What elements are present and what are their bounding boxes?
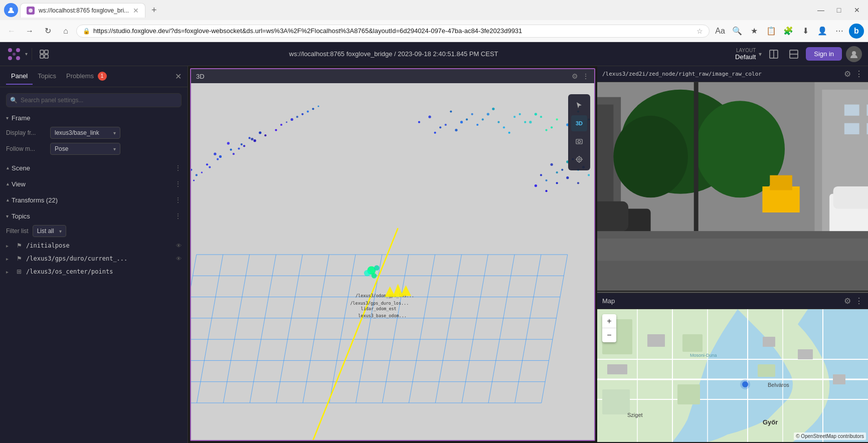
- section-frame-header[interactable]: ▾ Frame: [0, 111, 188, 125]
- map-zoom-in-btn[interactable]: +: [602, 314, 616, 328]
- svg-point-93: [545, 129, 547, 131]
- panel-3d-title: 3D: [196, 73, 205, 80]
- collections-btn[interactable]: 📋: [764, 24, 779, 39]
- topic-item-initialpose[interactable]: ▸ ⚑ /initialpose 👁: [0, 239, 188, 252]
- 3d-view-btn[interactable]: 3D: [571, 115, 587, 131]
- svg-rect-159: [770, 175, 792, 190]
- follow-mode-select[interactable]: Pose ▾: [50, 143, 120, 155]
- map-tiles[interactable]: Sziget Belváros Győr Mosoni-Duna: [597, 309, 868, 442]
- downloads-btn[interactable]: ⬇: [798, 24, 813, 39]
- browser-tab-close-btn[interactable]: ✕: [133, 7, 139, 15]
- svg-rect-166: [597, 239, 868, 261]
- transforms-menu-icon[interactable]: ⋮: [175, 196, 182, 204]
- maximize-button[interactable]: □: [832, 3, 846, 17]
- panel-3d-header: 3D ⚙ ⋮: [191, 69, 594, 83]
- add-panel-btn[interactable]: [36, 46, 52, 62]
- layout-selector[interactable]: LAYOUT Default ▾: [735, 48, 762, 61]
- refresh-button[interactable]: ↻: [40, 24, 55, 39]
- svg-point-112: [551, 163, 553, 166]
- filter-select[interactable]: List all ▾: [33, 225, 66, 237]
- camera-settings-icon[interactable]: ⚙: [844, 69, 851, 79]
- svg-rect-140: [576, 139, 582, 144]
- panel-more-icon[interactable]: ⋮: [582, 72, 589, 80]
- cursor-tool-btn[interactable]: [571, 97, 587, 113]
- foxglove-logo[interactable]: ▾: [6, 46, 28, 62]
- svg-rect-8: [45, 50, 48, 54]
- topics-section-title: Topics: [12, 212, 175, 220]
- svg-point-124: [535, 184, 537, 187]
- display-frame-select[interactable]: lexus3/base_link ▾: [50, 127, 120, 139]
- section-topics-header[interactable]: ▾ Topics ⋮: [0, 209, 188, 223]
- panel-settings-icon[interactable]: ⚙: [572, 72, 578, 80]
- section-transforms-header[interactable]: ▸ Transforms (22) ⋮: [0, 193, 188, 207]
- topic-flag-icon: ⚑: [15, 242, 23, 249]
- camera-more-icon[interactable]: ⋮: [855, 69, 863, 79]
- tab-topics[interactable]: Topics: [33, 68, 61, 85]
- search-input[interactable]: [6, 93, 182, 107]
- topic-grid-icon: ⊞: [15, 268, 23, 275]
- map-zoom-controls: + −: [602, 314, 616, 342]
- tab-panel[interactable]: Panel: [6, 68, 33, 85]
- topic-item-gps[interactable]: ▸ ⚑ /lexus3/gps/duro/current_... 👁: [0, 252, 188, 265]
- topic-name: /lexus3/gps/duro/current_...: [26, 255, 173, 262]
- svg-point-67: [219, 155, 222, 158]
- svg-point-108: [529, 121, 532, 123]
- svg-point-49: [217, 158, 219, 160]
- sign-in-button[interactable]: Sign in: [806, 47, 842, 61]
- new-tab-button[interactable]: +: [147, 5, 161, 16]
- extensions-btn[interactable]: 🧩: [781, 24, 796, 39]
- svg-point-54: [243, 145, 245, 147]
- user-avatar[interactable]: [846, 46, 862, 62]
- camera-btn[interactable]: [571, 133, 587, 149]
- sidebar-close-btn[interactable]: ✕: [175, 72, 182, 81]
- edge-icon[interactable]: b: [849, 24, 864, 39]
- search-btn[interactable]: 🔍: [730, 24, 745, 39]
- svg-rect-183: [758, 364, 775, 377]
- svg-point-153: [613, 116, 688, 197]
- bookmark-icon[interactable]: ☆: [697, 27, 703, 35]
- transforms-chevron-icon: ▸: [5, 199, 10, 201]
- svg-text:lexus3_base_odom...: lexus3_base_odom...: [358, 313, 407, 318]
- browser-navbar: ← → ↻ ⌂ 🔒 https://studio.foxglove.dev/?d…: [0, 20, 868, 42]
- section-scene-header[interactable]: ▸ Scene ⋮: [0, 161, 188, 175]
- browser-profile-btn[interactable]: 👤: [815, 24, 830, 39]
- svg-point-91: [524, 121, 526, 123]
- home-button[interactable]: ⌂: [58, 24, 73, 39]
- back-button[interactable]: ←: [4, 24, 19, 39]
- svg-point-82: [428, 116, 431, 118]
- svg-point-78: [296, 116, 298, 118]
- address-bar[interactable]: 🔒 https://studio.foxglove.dev/?ds=foxglo…: [76, 25, 710, 38]
- target-btn[interactable]: [571, 151, 587, 167]
- sidebar-tabs: Panel Topics Problems 1 ✕: [0, 66, 188, 87]
- svg-point-101: [455, 129, 457, 131]
- more-btn[interactable]: ⋯: [832, 24, 847, 39]
- topic-visibility-icon[interactable]: 👁: [176, 243, 182, 249]
- panel-layout-single-btn[interactable]: [766, 46, 782, 62]
- map-zoom-out-btn[interactable]: −: [602, 328, 616, 342]
- topics-menu-icon[interactable]: ⋮: [175, 212, 182, 220]
- close-button[interactable]: ✕: [850, 3, 864, 17]
- map-settings-icon[interactable]: ⚙: [844, 296, 851, 306]
- panel-3d-actions: ⚙ ⋮: [572, 72, 589, 80]
- search-icon: 🔍: [10, 97, 18, 104]
- svg-rect-10: [45, 55, 48, 58]
- forward-button[interactable]: →: [22, 24, 37, 39]
- view-menu-icon[interactable]: ⋮: [175, 180, 182, 188]
- panel-layout-split-btn[interactable]: [786, 46, 802, 62]
- read-aloud-btn[interactable]: Aa: [713, 24, 728, 39]
- display-frame-label: Display fr...: [6, 129, 46, 136]
- map-more-icon[interactable]: ⋮: [855, 296, 863, 306]
- scene-menu-icon[interactable]: ⋮: [175, 164, 182, 172]
- topic-item-points[interactable]: ▸ ⊞ /lexus3/os_center/points: [0, 265, 188, 278]
- svg-point-125: [545, 190, 547, 192]
- tab-problems[interactable]: Problems 1: [61, 68, 112, 86]
- topic-visibility-icon[interactable]: 👁: [176, 256, 182, 262]
- svg-point-63: [291, 118, 293, 121]
- browser-tab[interactable]: ws://localhost:8765 foxglove_bri... ✕: [20, 3, 145, 18]
- minimize-button[interactable]: —: [814, 3, 828, 17]
- browser-profile-icon[interactable]: [4, 3, 18, 17]
- app-header-right: LAYOUT Default ▾ Sign in: [735, 46, 862, 62]
- section-view-header[interactable]: ▸ View ⋮: [0, 177, 188, 191]
- topic-name: /initialpose: [26, 242, 173, 249]
- favorites-btn[interactable]: ★: [747, 24, 762, 39]
